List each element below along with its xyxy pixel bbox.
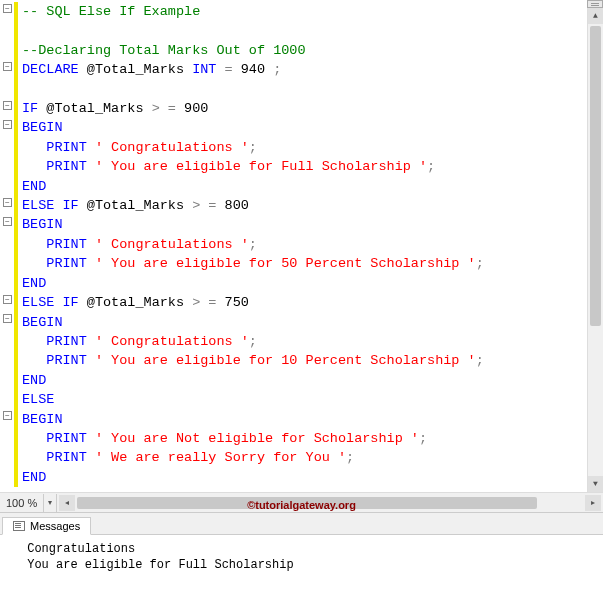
zoom-level: 100 % — [0, 497, 43, 509]
code-text: 800 — [216, 198, 248, 213]
code-text: BEGIN — [22, 120, 63, 135]
code-text: BEGIN — [22, 217, 63, 232]
code-text: END — [22, 373, 46, 388]
code-text: BEGIN — [22, 315, 63, 330]
code-text: @Total_Marks — [79, 295, 192, 310]
code-text: > = — [192, 198, 216, 213]
code-text: ' You are eligible for 50 Percent Schola… — [87, 256, 476, 271]
code-text: ' Congratulations ' — [87, 237, 249, 252]
code-text: BEGIN — [22, 412, 63, 427]
code-text: 940 — [241, 62, 273, 77]
code-text: @Total_Marks — [38, 101, 151, 116]
vertical-scrollbar[interactable]: ▲ ▼ — [587, 8, 603, 492]
code-text: ' Congratulations ' — [87, 334, 249, 349]
code-text: PRINT — [22, 450, 87, 465]
fold-toggle-icon[interactable] — [3, 314, 12, 323]
code-text: PRINT — [22, 256, 87, 271]
code-text: ' Congratulations ' — [87, 140, 249, 155]
editor-pane: -- SQL Else If Example --Declaring Total… — [0, 0, 603, 513]
code-text: IF — [22, 101, 38, 116]
code-text: > = — [192, 295, 216, 310]
scroll-left-icon[interactable]: ◂ — [59, 495, 75, 511]
zoom-dropdown-icon[interactable]: ▾ — [43, 494, 57, 512]
watermark-text: ©tutorialgateway.org — [247, 499, 356, 511]
fold-toggle-icon[interactable] — [3, 217, 12, 226]
code-text: PRINT — [22, 334, 87, 349]
code-text: END — [22, 179, 46, 194]
code-text: ' You are eligible for Full Scholarship … — [87, 159, 427, 174]
code-text: ; — [273, 62, 281, 77]
messages-icon — [13, 520, 25, 532]
code-text: PRINT — [22, 237, 87, 252]
code-text: DECLARE — [22, 62, 79, 77]
code-text: PRINT — [22, 431, 87, 446]
scroll-thumb[interactable] — [590, 26, 601, 326]
code-text: 750 — [216, 295, 248, 310]
splitter-handle[interactable] — [587, 0, 603, 8]
code-text: END — [22, 276, 46, 291]
messages-output[interactable]: Congratulations You are eligible for Ful… — [0, 535, 603, 579]
code-text: ; — [249, 140, 257, 155]
code-text: INT — [192, 62, 216, 77]
code-text: ; — [419, 431, 427, 446]
code-text: PRINT — [22, 140, 87, 155]
code-text: @Total_Marks — [79, 198, 192, 213]
code-text: PRINT — [22, 353, 87, 368]
code-text: > = — [152, 101, 176, 116]
fold-toggle-icon[interactable] — [3, 411, 12, 420]
messages-tabs: Messages — [0, 513, 603, 535]
scroll-down-icon[interactable]: ▼ — [588, 476, 603, 492]
fold-toggle-icon[interactable] — [3, 101, 12, 110]
code-text: ; — [427, 159, 435, 174]
gutter — [0, 0, 22, 492]
code-text: = — [216, 62, 240, 77]
messages-pane: Messages Congratulations You are eligibl… — [0, 513, 603, 596]
tab-messages[interactable]: Messages — [2, 517, 91, 535]
tab-label: Messages — [30, 520, 80, 532]
code-text: @Total_Marks — [79, 62, 192, 77]
fold-toggle-icon[interactable] — [3, 295, 12, 304]
scroll-up-icon[interactable]: ▲ — [588, 8, 603, 24]
code-text: ELSE — [22, 392, 63, 407]
code-text: ; — [346, 450, 354, 465]
code-text: END — [22, 470, 46, 485]
code-text: ; — [476, 256, 484, 271]
code-editor[interactable]: -- SQL Else If Example --Declaring Total… — [0, 0, 587, 492]
code-content[interactable]: -- SQL Else If Example --Declaring Total… — [22, 2, 484, 487]
output-line: Congratulations — [20, 542, 142, 556]
code-text: 900 — [176, 101, 208, 116]
code-text: ' You are Not eligible for Scholarship ' — [87, 431, 419, 446]
code-text: -- SQL Else If Example — [22, 4, 200, 19]
scroll-right-icon[interactable]: ▸ — [585, 495, 601, 511]
output-line: You are eligible for Full Scholarship — [20, 558, 301, 572]
change-marker — [14, 2, 18, 487]
code-text: ; — [249, 334, 257, 349]
code-text: --Declaring Total Marks Out of 1000 — [22, 43, 306, 58]
code-text: ; — [476, 353, 484, 368]
code-text: ' You are eligible for 10 Percent Schola… — [87, 353, 476, 368]
fold-toggle-icon[interactable] — [3, 120, 12, 129]
code-text: ; — [249, 237, 257, 252]
code-text: ' We are really Sorry for You ' — [87, 450, 346, 465]
code-text: ELSE IF — [22, 198, 79, 213]
fold-toggle-icon[interactable] — [3, 198, 12, 207]
code-text: PRINT — [22, 159, 87, 174]
fold-toggle-icon[interactable] — [3, 4, 12, 13]
status-bar: 100 % ▾ ◂ ▸ ©tutorialgateway.org — [0, 492, 603, 512]
code-text: ELSE IF — [22, 295, 79, 310]
fold-toggle-icon[interactable] — [3, 62, 12, 71]
